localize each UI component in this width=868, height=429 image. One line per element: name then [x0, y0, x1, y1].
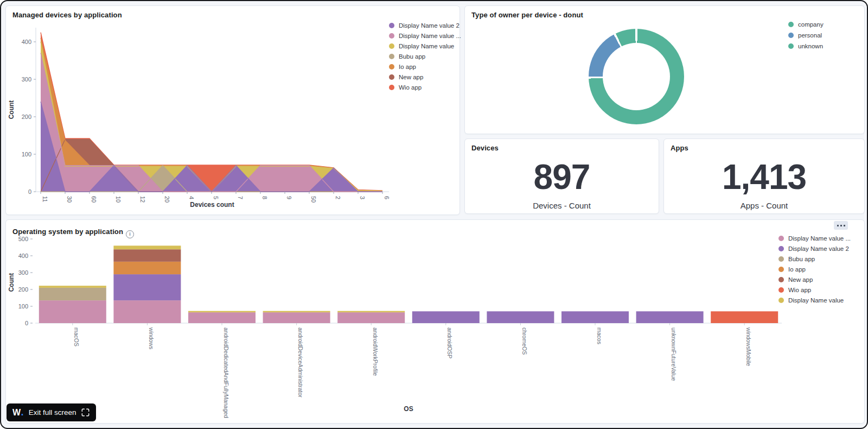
svg-text:6: 6	[384, 196, 390, 199]
svg-text:11: 11	[42, 196, 48, 202]
legend-dot	[788, 33, 794, 38]
legend-item[interactable]: New app	[778, 276, 851, 283]
legend-dot	[778, 236, 784, 241]
legend-label: Io app	[399, 64, 416, 70]
svg-text:Devices count: Devices count	[190, 201, 234, 209]
legend-item[interactable]: personal	[788, 32, 824, 39]
legend-dot	[389, 43, 394, 49]
svg-text:100: 100	[18, 303, 28, 310]
legend-dot	[788, 22, 794, 27]
svg-text:windows: windows	[148, 327, 155, 349]
legend-dot	[778, 267, 784, 272]
svg-text:400: 400	[22, 39, 31, 45]
svg-text:macos: macos	[596, 327, 603, 344]
devices-count-value: 897	[534, 160, 590, 194]
legend-item[interactable]: Display Name value ...	[389, 33, 461, 39]
svg-text:20: 20	[164, 196, 170, 203]
legend-label: New app	[788, 276, 813, 283]
svg-text:9: 9	[286, 196, 292, 199]
legend-item[interactable]: Wio app	[778, 287, 851, 293]
svg-text:Count: Count	[8, 273, 15, 292]
devices-count-caption: Devices - Count	[533, 201, 591, 210]
legend-dot	[778, 287, 784, 293]
legend-label: unknown	[798, 43, 823, 49]
legend-dot	[389, 74, 394, 80]
legend-label: Display Name value 2	[788, 245, 849, 252]
svg-text:8: 8	[261, 196, 268, 199]
svg-text:300: 300	[22, 76, 31, 83]
svg-text:400: 400	[18, 253, 28, 259]
legend-dot	[788, 43, 794, 49]
apps-count-value: 1,413	[722, 160, 806, 194]
legend-label: Display Name value	[788, 297, 844, 304]
metric-body: 1,413 Apps - Count	[664, 152, 864, 210]
svg-text:androidWorkProfile: androidWorkProfile	[372, 327, 379, 376]
svg-text:300: 300	[18, 269, 28, 276]
svg-text:5: 5	[213, 196, 219, 199]
panel-title: Devices	[465, 139, 659, 152]
legend-dot	[389, 64, 394, 70]
svg-text:200: 200	[18, 286, 28, 293]
legend-item[interactable]: unknown	[788, 43, 824, 49]
legend-item[interactable]: Bubu app	[778, 256, 851, 262]
legend-label: Display Name value ...	[788, 235, 851, 242]
legend-dot	[778, 298, 784, 303]
donut-legend: companypersonalunknown	[788, 21, 824, 49]
legend-dot	[389, 85, 394, 90]
panel-title: Apps	[664, 139, 864, 152]
svg-text:30: 30	[66, 196, 73, 203]
svg-text:60: 60	[91, 196, 97, 203]
wazuh-logo: W.	[12, 407, 24, 418]
legend-item[interactable]: company	[788, 21, 824, 28]
legend-label: Io app	[788, 266, 806, 273]
svg-text:androidDedicatedAndFullyManage: androidDedicatedAndFullyManaged	[223, 327, 229, 418]
svg-text:2: 2	[335, 196, 341, 199]
svg-text:200: 200	[22, 113, 31, 120]
legend-item[interactable]: Io app	[389, 64, 461, 70]
svg-text:3: 3	[359, 196, 366, 199]
legend-item[interactable]: Bubu app	[389, 53, 461, 60]
panel-apps-metric: Apps 1,413 Apps - Count	[663, 138, 865, 214]
legend-label: Wio app	[399, 84, 422, 91]
legend-item[interactable]: Display Name value 2	[778, 245, 851, 252]
svg-text:macOS: macOS	[73, 327, 80, 346]
bar-chart[interactable]: 0100200300400500macOSwindowsandroidDedic…	[6, 220, 865, 423]
svg-text:chromeOS: chromeOS	[521, 327, 528, 355]
panel-managed-devices: Managed devices by application 010020030…	[5, 5, 460, 215]
panel-title: Type of owner per device - donut	[465, 6, 864, 19]
exit-fullscreen-button[interactable]: W. Exit full screen	[7, 403, 96, 421]
legend-dot	[389, 33, 394, 39]
legend-item[interactable]: Display Name value	[778, 297, 851, 304]
legend-label: Display Name value ...	[399, 33, 461, 39]
svg-text:100: 100	[22, 151, 31, 157]
dashboard-screen: Managed devices by application 010020030…	[0, 0, 868, 429]
legend-item[interactable]: Display Name value	[389, 43, 461, 49]
svg-text:androidDeviceAdministrator: androidDeviceAdministrator	[297, 327, 304, 398]
legend-item[interactable]: Wio app	[389, 84, 461, 91]
bar-chart-legend: Display Name value ...Display Name value…	[778, 235, 851, 304]
panel-owner-donut: Type of owner per device - donut company…	[464, 5, 865, 134]
panel-os-by-application: Operating system by application i 010020…	[5, 219, 865, 424]
legend-label: company	[798, 21, 824, 28]
svg-text:unknownFutureValue: unknownFutureValue	[671, 327, 677, 381]
legend-item[interactable]: Display Name value 2	[389, 22, 461, 29]
svg-text:0: 0	[25, 320, 28, 326]
legend-dot	[778, 246, 784, 251]
svg-text:7: 7	[237, 196, 244, 199]
svg-text:4: 4	[188, 196, 195, 199]
legend-label: Wio app	[788, 287, 811, 293]
legend-dot	[389, 54, 394, 59]
svg-text:OS: OS	[404, 405, 413, 413]
legend-item[interactable]: New app	[389, 74, 461, 80]
donut-hole	[603, 43, 670, 110]
svg-text:12: 12	[139, 196, 146, 203]
legend-item[interactable]: Display Name value ...	[778, 235, 851, 242]
donut-chart[interactable]	[589, 29, 684, 124]
legend-label: Display Name value 2	[399, 22, 459, 29]
legend-dot	[778, 277, 784, 282]
legend-item[interactable]: Io app	[778, 266, 851, 273]
exit-fullscreen-label: Exit full screen	[29, 408, 76, 417]
svg-text:Count: Count	[8, 100, 15, 119]
svg-text:0: 0	[28, 188, 31, 195]
legend-dot	[389, 23, 394, 28]
